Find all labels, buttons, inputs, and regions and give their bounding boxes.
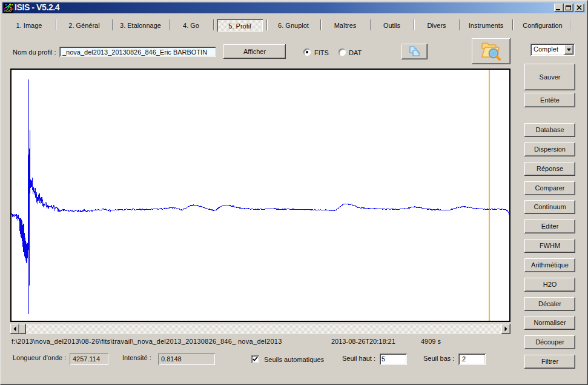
svg-text:ISIS: ISIS: [4, 9, 11, 13]
